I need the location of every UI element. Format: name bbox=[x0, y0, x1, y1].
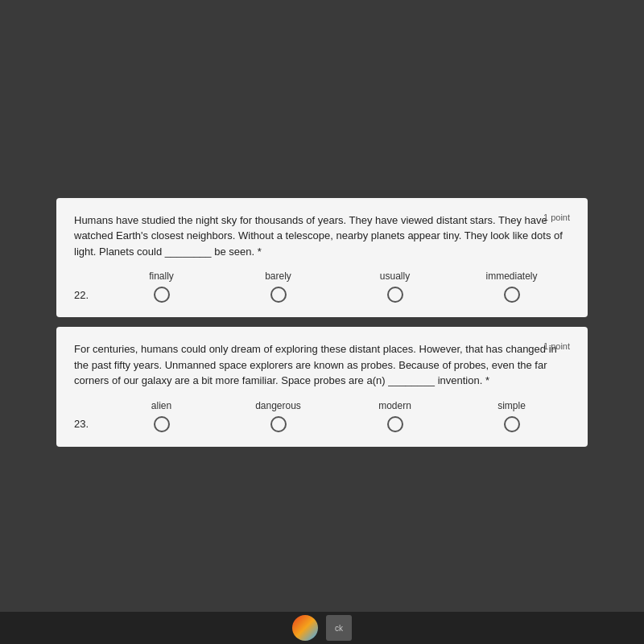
question-number-23: 23. bbox=[74, 418, 103, 430]
option-label-23-2: modern bbox=[336, 400, 453, 411]
radio-22-0[interactable] bbox=[103, 287, 220, 303]
question-card-22: 1 point Humans have studied the night sk… bbox=[56, 198, 588, 318]
radio-22-1[interactable] bbox=[220, 287, 336, 303]
radio-circle-23-1[interactable] bbox=[270, 416, 287, 432]
option-label-22-1: barely bbox=[220, 270, 336, 282]
option-label-23-3: simple bbox=[453, 400, 570, 411]
radio-circle-23-0[interactable] bbox=[154, 416, 170, 432]
option-label-22-3: immediately bbox=[453, 270, 570, 282]
radio-23-3[interactable] bbox=[453, 416, 570, 432]
radio-circle-23-2[interactable] bbox=[387, 416, 403, 432]
option-label-22-2: usually bbox=[336, 270, 453, 282]
radio-circle-22-0[interactable] bbox=[154, 287, 170, 303]
chrome-icon[interactable] bbox=[292, 615, 318, 641]
radio-23-2[interactable] bbox=[336, 416, 453, 432]
option-label-23-1: dangerous bbox=[220, 400, 336, 411]
radio-circle-22-2[interactable] bbox=[387, 287, 403, 303]
question-number-22: 22. bbox=[74, 289, 103, 301]
radio-circle-23-3[interactable] bbox=[504, 416, 520, 432]
radio-23-1[interactable] bbox=[220, 416, 336, 432]
radio-circle-22-1[interactable] bbox=[270, 287, 287, 303]
radio-circle-22-3[interactable] bbox=[504, 287, 520, 303]
radios-row-22: 22. bbox=[74, 287, 570, 303]
option-label-22-0: finally bbox=[103, 270, 220, 282]
question-text-22: Humans have studied the night sky for th… bbox=[74, 213, 570, 260]
radio-23-0[interactable] bbox=[103, 416, 220, 432]
point-label-22: 1 point bbox=[543, 213, 570, 222]
point-label-23: 1 point bbox=[543, 341, 570, 351]
radio-22-3[interactable] bbox=[453, 287, 570, 303]
question-text-23: For centuries, humans could only dream o… bbox=[74, 341, 570, 389]
question-card-23: 1 point For centuries, humans could only… bbox=[56, 327, 588, 447]
radios-row-23: 23. bbox=[74, 416, 570, 432]
screen-content: 1 point Humans have studied the night sk… bbox=[0, 0, 644, 644]
option-label-23-0: alien bbox=[103, 400, 220, 411]
radio-22-2[interactable] bbox=[336, 287, 453, 303]
taskbar-item[interactable]: ck bbox=[326, 615, 352, 641]
